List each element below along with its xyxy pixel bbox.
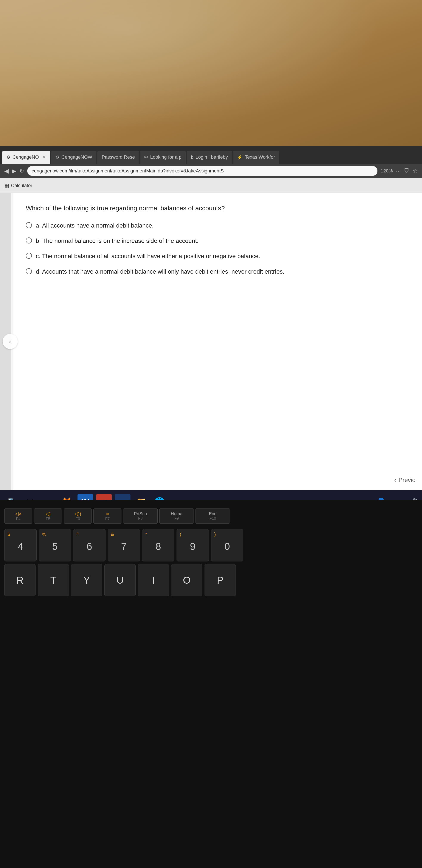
answer-option-b[interactable]: b. The normal balance is on the increase… <box>26 237 409 245</box>
tab-texas[interactable]: ⚡ Texas Workfor <box>233 151 279 164</box>
forward-button[interactable]: ▶ <box>12 168 16 175</box>
key-o[interactable]: O <box>171 564 202 596</box>
calculator-label: Calculator <box>11 183 32 188</box>
key-vol-up[interactable]: ◁)) F6 <box>64 508 92 524</box>
vol-down-icon: ◁) <box>46 511 51 517</box>
tab-label-bartleby: Login | bartleby <box>195 154 228 160</box>
address-actions: 120% ··· ⛉ ☆ <box>381 168 418 175</box>
tab-icon-2: ⚙ <box>55 155 59 160</box>
answer-label-b: b. The normal balance is on the increase… <box>36 237 199 245</box>
key-6-top: ^ <box>77 531 79 537</box>
tab-cengagenow2[interactable]: ⚙ CengageNOW <box>51 151 96 164</box>
key-7-main: 7 <box>121 540 127 552</box>
tab-label-active: CengageNO <box>12 154 39 160</box>
fn-key-row: ◁× F4 ◁) F5 ◁)) F6 ≈ F7 PrtScn F8 Home F… <box>4 506 418 526</box>
end-label: End <box>209 511 217 516</box>
key-u[interactable]: U <box>104 564 135 596</box>
key-9-main: 9 <box>190 540 195 552</box>
number-row: $ 4 % 5 ^ 6 & 7 * 8 ( 9 ) 0 <box>4 529 418 561</box>
letter-y: Y <box>83 575 90 586</box>
letter-i: I <box>152 575 155 586</box>
question-text: Which of the following is true regarding… <box>26 204 409 213</box>
bookmark-icon[interactable]: ☆ <box>413 168 418 175</box>
tab-label-2: CengageNOW <box>61 154 92 160</box>
key-brightness[interactable]: ≈ F7 <box>93 508 121 524</box>
key-r[interactable]: R <box>4 564 35 596</box>
key-y[interactable]: Y <box>71 564 102 596</box>
f8-label: F8 <box>138 516 143 521</box>
calculator-button[interactable]: ▦ Calculator <box>4 183 32 189</box>
brightness-icon: ≈ <box>106 511 109 517</box>
key-7[interactable]: & 7 <box>108 529 140 561</box>
f4-label: F4 <box>16 517 21 521</box>
f10-label: F10 <box>209 516 216 521</box>
radio-c[interactable] <box>26 253 32 259</box>
answer-option-d[interactable]: d. Accounts that have a normal debit bal… <box>26 267 409 276</box>
key-6-main: 6 <box>87 540 92 552</box>
key-p[interactable]: P <box>205 564 236 596</box>
f9-label: F9 <box>174 516 179 521</box>
answer-option-a[interactable]: a. All accounts have a normal debit bala… <box>26 221 409 230</box>
previo-label: Previo <box>398 476 416 484</box>
f6-label: F6 <box>76 517 80 521</box>
key-6[interactable]: ^ 6 <box>73 529 106 561</box>
letter-o: O <box>183 575 191 586</box>
more-options-icon[interactable]: ··· <box>396 168 401 175</box>
letter-p: P <box>217 575 223 586</box>
key-mute[interactable]: ◁× F4 <box>4 508 32 524</box>
letter-u: U <box>117 575 124 586</box>
key-7-top: & <box>111 531 114 537</box>
desk-area <box>0 0 422 146</box>
key-5-main: 5 <box>52 540 58 552</box>
zoom-level: 120% <box>381 168 393 174</box>
main-content: ‹ Which of the following is true regardi… <box>0 193 422 490</box>
tab-icon-texas: ⚡ <box>237 155 243 160</box>
radio-b[interactable] <box>26 238 32 244</box>
key-home[interactable]: Home F9 <box>159 508 194 524</box>
browser-chrome: ⚙ CengageNO ✕ ⚙ CengageNOW Password Rese… <box>0 146 422 193</box>
key-8[interactable]: * 8 <box>142 529 174 561</box>
prtscn-label: PrtScn <box>134 511 147 516</box>
back-button[interactable]: ◀ <box>4 168 9 175</box>
tab-password[interactable]: Password Rese <box>97 151 139 164</box>
letter-t: T <box>50 575 56 586</box>
mute-icon: ◁× <box>15 511 22 517</box>
key-9-top: ( <box>180 531 181 537</box>
answer-label-a: a. All accounts have a normal debit bala… <box>36 221 154 230</box>
tab-close-active[interactable]: ✕ <box>42 155 46 159</box>
key-8-main: 8 <box>155 540 161 552</box>
key-0-top: ) <box>214 531 216 537</box>
calculator-icon: ▦ <box>4 183 9 189</box>
key-vol-down[interactable]: ◁) F5 <box>34 508 62 524</box>
key-0[interactable]: ) 0 <box>211 529 243 561</box>
left-arrow-icon: ‹ <box>9 338 11 345</box>
key-4[interactable]: $ 4 <box>4 529 37 561</box>
tab-label-texas: Texas Workfor <box>245 154 275 160</box>
radio-a[interactable] <box>26 222 32 228</box>
pocket-icon[interactable]: ⛉ <box>404 168 410 175</box>
key-5[interactable]: % 5 <box>39 529 71 561</box>
key-t[interactable]: T <box>38 564 69 596</box>
tab-bartleby[interactable]: b Login | bartleby <box>187 151 232 164</box>
question-area: Which of the following is true regarding… <box>13 193 422 490</box>
answer-option-c[interactable]: c. The normal balance of all accounts wi… <box>26 252 409 260</box>
radio-d[interactable] <box>26 268 32 274</box>
key-0-main: 0 <box>224 540 230 552</box>
key-5-top: % <box>42 531 46 537</box>
refresh-button[interactable]: ↻ <box>19 168 24 175</box>
tab-icon-mail: ✉ <box>144 155 148 160</box>
toolbar: ▦ Calculator <box>0 178 422 193</box>
tab-looking[interactable]: ✉ Looking for a p <box>140 151 186 164</box>
letter-r: R <box>17 575 24 586</box>
tab-label-password: Password Rese <box>102 154 135 160</box>
key-end[interactable]: End F10 <box>195 508 230 524</box>
key-9[interactable]: ( 9 <box>177 529 209 561</box>
tab-icon-bartleby: b <box>191 155 193 160</box>
answer-label-d: d. Accounts that have a normal debit bal… <box>36 267 284 276</box>
key-prtscn[interactable]: PrtScn F8 <box>123 508 158 524</box>
nav-arrow-left[interactable]: ‹ <box>3 334 18 349</box>
address-input[interactable] <box>27 166 378 176</box>
previous-button[interactable]: ‹ Previo <box>394 476 416 484</box>
key-i[interactable]: I <box>138 564 169 596</box>
tab-cengagenow-active[interactable]: ⚙ CengageNO ✕ <box>2 151 50 164</box>
